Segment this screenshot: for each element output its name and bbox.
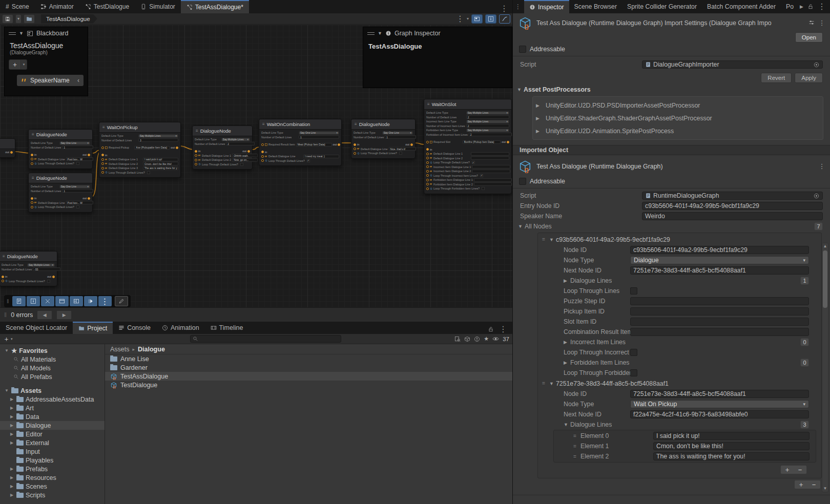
dialogue-line-input[interactable]	[471, 152, 509, 156]
breadcrumb-root[interactable]: Assets	[110, 346, 130, 353]
node-checkbox[interactable]	[147, 171, 150, 174]
next-node-id-field[interactable]: f22a475e-4c2f-41c6-9b73-6a83498abfe0	[630, 410, 809, 418]
foldout-arrow-icon[interactable]: ▼	[517, 87, 524, 92]
drag-handle-icon[interactable]: =	[542, 237, 549, 242]
node-dropdown[interactable]: Say One Line▾	[59, 141, 90, 145]
transition-button[interactable]	[84, 296, 97, 306]
loop-through-lines-checkbox[interactable]	[630, 287, 637, 295]
window-tab-animator[interactable]: Animator	[35, 0, 79, 13]
next-node-id-field[interactable]: 7251e73e-38d3-44ff-a8c5-bcf54088aaf1	[630, 266, 809, 275]
node-id-field[interactable]: c93b5606-401f-49a2-99b5-9ecbf1fa9c29	[630, 246, 809, 254]
loop-through-forbidden-lines-checkbox[interactable]	[630, 369, 637, 376]
graph-node-waitonpickup[interactable]: ≡WaitOnPickup Default Line TypeSay Multi…	[99, 122, 181, 178]
port-icon[interactable]	[426, 165, 429, 168]
kebab-icon[interactable]: ⋮	[513, 3, 524, 13]
object-field[interactable]: Bonfire (Pickup Item Data)	[463, 140, 501, 144]
node-dropdown[interactable]: Say Multiple Lines▾	[466, 111, 509, 115]
graph-inspector-panel[interactable]: ▼Graph Inspector TestAssDialogue	[363, 27, 512, 88]
node-number-input[interactable]: 2	[469, 133, 512, 136]
folder-item-dialogue[interactable]: ▶Dialogue	[0, 421, 105, 430]
dialogue-line-input[interactable]	[474, 178, 512, 182]
eye-icon[interactable]	[492, 335, 499, 342]
breadcrumb[interactable]: Assets▸Dialogue	[105, 344, 512, 354]
kebab-icon[interactable]: ⋮	[500, 4, 508, 13]
bottom-tab-scene-object-locator[interactable]: Scene Object Locator	[0, 322, 73, 334]
node-number-input[interactable]: 1	[62, 189, 93, 193]
port-icon[interactable]	[101, 158, 104, 161]
port-icon[interactable]	[31, 162, 33, 165]
pickup-item-id-field[interactable]	[630, 307, 809, 316]
output-port[interactable]	[410, 143, 413, 146]
folder-item-data[interactable]: ▶Data	[0, 412, 105, 421]
add-element-button[interactable]: ＋	[795, 480, 807, 489]
graph-node-waitoncombination[interactable]: ≡WaitOnCombination Default Line TypeSay …	[259, 119, 342, 166]
window-tab-scene[interactable]: #Scene	[0, 0, 35, 13]
favorites-section[interactable]: ▼★Favorites	[0, 346, 105, 355]
port-icon[interactable]	[2, 280, 4, 282]
remove-element-button[interactable]: −	[794, 466, 806, 474]
chevron-left-icon[interactable]: ‹	[77, 77, 79, 84]
folder-item-input[interactable]: Input	[0, 447, 105, 456]
folder-item-prefabs[interactable]: ▶Prefabs	[0, 465, 105, 473]
output-port[interactable]	[88, 154, 90, 156]
bottom-tab-project[interactable]: Project	[73, 322, 113, 334]
output-port[interactable]	[247, 150, 250, 153]
window-tab-testdialogue[interactable]: TestDialogue	[79, 0, 135, 13]
foldout-arrow-icon[interactable]: ▶	[564, 360, 570, 365]
script-field[interactable]: RuntimeDialogueGraph	[642, 192, 823, 200]
window-tab-simulator[interactable]: Simulator	[135, 0, 181, 13]
port-icon[interactable]	[101, 167, 104, 170]
output-port[interactable]	[338, 143, 340, 146]
postprocessor-item[interactable]: ▶UnityEditor.U2D.Animation.SpritePostPro…	[536, 124, 820, 137]
port-icon[interactable]	[354, 148, 356, 150]
folder-item-scenes[interactable]: ▶Scenes	[0, 482, 105, 491]
port-icon[interactable]	[261, 155, 264, 158]
inspector-tab-scene-browser[interactable]: Scene Browser	[569, 0, 622, 13]
revert-button[interactable]: Revert	[761, 73, 792, 83]
input-port[interactable]	[426, 148, 429, 151]
node-checkbox[interactable]	[307, 159, 310, 162]
puzzle-step-id-field[interactable]	[630, 297, 809, 305]
output-port[interactable]	[176, 146, 178, 149]
kebab-icon[interactable]: ⋮	[456, 14, 464, 24]
save-search-icon[interactable]	[454, 336, 461, 342]
output-port[interactable]	[10, 151, 13, 154]
bottom-tab-animation[interactable]: Animation	[156, 322, 205, 334]
element-0-field[interactable]: I said pick it up!	[653, 432, 810, 440]
node-number-input[interactable]: 2	[226, 142, 255, 145]
kebab-icon[interactable]: ⋮	[819, 163, 825, 170]
addressable-checkbox[interactable]	[519, 46, 526, 53]
scrollbar-thumb[interactable]	[823, 250, 827, 308]
graph-node-dialoguenode[interactable]: ≡DialogueNode Default Line TypeSay Multi…	[192, 125, 253, 170]
scroll-down-icon[interactable]: ▼	[823, 486, 827, 492]
drag-handle-icon[interactable]	[9, 32, 16, 35]
infoSq-button[interactable]	[27, 296, 40, 306]
minimap-toggle-button[interactable]	[471, 14, 483, 24]
breadcrumb-current[interactable]: Dialogue	[138, 346, 165, 353]
kebab-icon[interactable]: ⋮	[818, 2, 826, 11]
foldout-arrow-icon[interactable]: ▶	[564, 278, 570, 283]
apply-button[interactable]: Apply	[795, 73, 823, 83]
node-checkbox[interactable]	[76, 205, 79, 208]
combination-result-item-id-field[interactable]	[630, 328, 809, 336]
port-icon[interactable]	[195, 159, 197, 161]
input-port[interactable]	[261, 143, 264, 146]
inspector-tab-sprite-collider-generator[interactable]: Sprite Collider Generator	[622, 0, 702, 13]
dialogue-line-input[interactable]: The ass is waiting there for y	[143, 166, 178, 170]
inspector-tab-po[interactable]: Po	[781, 0, 799, 13]
node-checkbox[interactable]	[76, 162, 79, 165]
dialogue-line-input[interactable]: Now, go on,..	[232, 158, 258, 162]
folder-item-art[interactable]: ▶Art	[0, 404, 105, 412]
node-checkbox[interactable]	[472, 161, 475, 164]
input-port[interactable]	[31, 197, 33, 200]
port-icon[interactable]	[195, 163, 197, 165]
chevron-down-icon[interactable]: ▾	[467, 16, 469, 21]
alert-icon[interactable]	[474, 336, 480, 342]
input-port[interactable]	[426, 141, 429, 143]
graph-inspector-toggle-button[interactable]	[485, 14, 496, 24]
bottom-tab-timeline[interactable]: Timeline	[205, 322, 249, 334]
output-port[interactable]	[52, 276, 55, 278]
port-icon[interactable]	[261, 159, 264, 162]
port-icon[interactable]	[101, 162, 104, 165]
port-icon[interactable]	[31, 201, 33, 204]
